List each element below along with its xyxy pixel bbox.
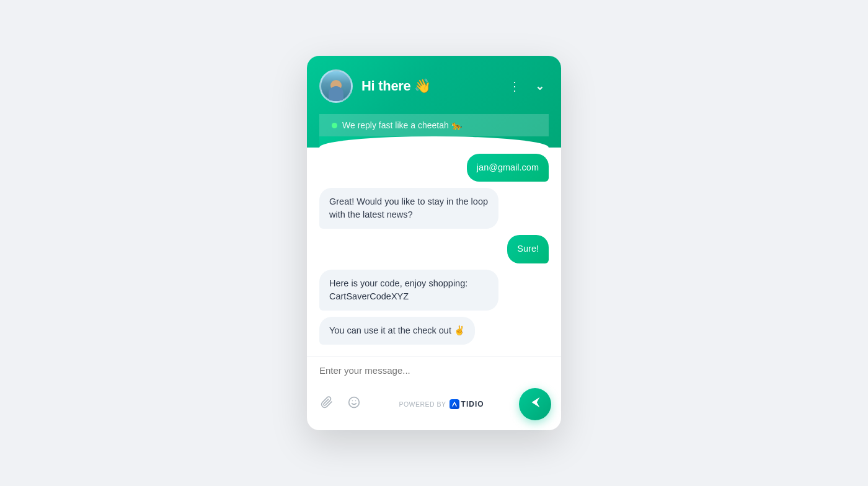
message-bubble-incoming: Here is your code, enjoy shopping: CartS… [319, 270, 498, 311]
attach-icon [321, 396, 333, 412]
message-bubble-incoming: Great! Would you like to stay in the loo… [319, 188, 498, 229]
tidio-logo: TIDIO [450, 399, 484, 409]
message-text: Great! Would you like to stay in the loo… [329, 197, 488, 219]
header-wave [319, 136, 549, 148]
message-bubble-outgoing: jan@gmail.com [467, 154, 549, 182]
header-status: We reply fast like a cheetah 🐆 [319, 114, 549, 136]
message-text: You can use it at the check out ✌️ [329, 325, 465, 335]
message-text: Sure! [517, 244, 539, 254]
tidio-brand-name: TIDIO [461, 400, 484, 409]
avatar [319, 69, 353, 103]
header-actions: ⋮ ⌄ [505, 77, 549, 95]
chat-body: jan@gmail.com Great! Would you like to s… [307, 148, 561, 350]
powered-by: POWERED BY TIDIO [371, 399, 512, 409]
header-top: Hi there 👋 ⋮ ⌄ [319, 69, 549, 103]
message-row-3: Sure! [319, 235, 549, 263]
attach-button[interactable] [317, 394, 337, 414]
emoji-button[interactable] [344, 394, 364, 414]
powered-by-text: POWERED BY [399, 400, 446, 408]
collapse-button[interactable]: ⌄ [530, 77, 549, 95]
svg-point-0 [349, 397, 360, 408]
status-dot [332, 123, 337, 128]
chat-widget: Hi there 👋 ⋮ ⌄ We reply fast like a chee… [307, 56, 561, 430]
menu-button[interactable]: ⋮ [505, 77, 524, 95]
message-row-4: Here is your code, enjoy shopping: CartS… [319, 270, 549, 311]
message-input[interactable] [319, 361, 549, 379]
message-bubble-outgoing: Sure! [507, 235, 549, 263]
message-row-2: Great! Would you like to stay in the loo… [319, 188, 549, 229]
emoji-icon [348, 396, 360, 412]
status-text: We reply fast like a cheetah 🐆 [342, 120, 462, 130]
send-button[interactable] [519, 388, 551, 420]
menu-icon: ⋮ [508, 79, 521, 94]
message-text: Here is your code, enjoy shopping: CartS… [329, 278, 467, 301]
header-title: Hi there 👋 [361, 78, 497, 94]
chat-header: Hi there 👋 ⋮ ⌄ We reply fast like a chee… [307, 56, 561, 148]
message-text: jan@gmail.com [477, 162, 539, 172]
send-icon [529, 395, 542, 412]
chevron-down-icon: ⌄ [535, 79, 544, 93]
message-bubble-incoming: You can use it at the check out ✌️ [319, 317, 475, 345]
message-row-1: jan@gmail.com [319, 154, 549, 182]
tidio-icon [450, 399, 459, 409]
chat-input-area [307, 361, 561, 383]
chat-footer: POWERED BY TIDIO [307, 383, 561, 430]
message-row-5: You can use it at the check out ✌️ [319, 317, 549, 345]
chat-divider [307, 356, 561, 356]
